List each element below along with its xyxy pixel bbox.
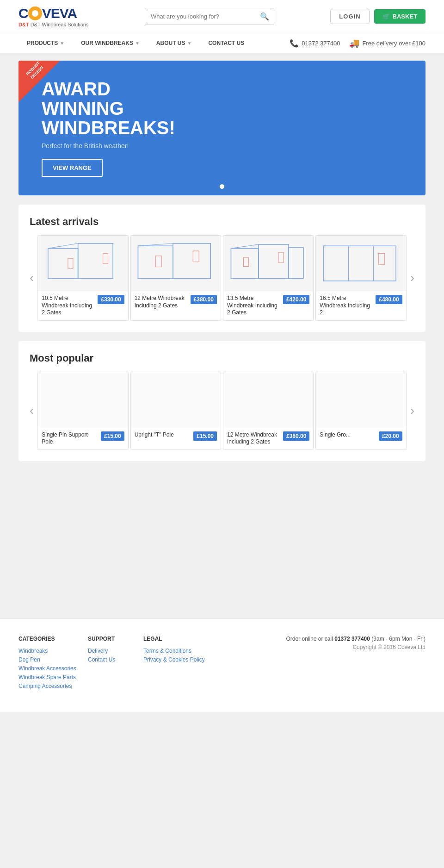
product-price: £15.00 [101, 431, 124, 441]
hero-dot-active[interactable] [220, 184, 224, 189]
latest-arrivals-section: Latest arrivals ‹ 10.5 [18, 205, 426, 332]
product-card[interactable]: Single Gro... £20.00 [315, 372, 406, 450]
product-name: 10.5 Metre Windbreak Including 2 Gates [42, 295, 96, 317]
basket-button[interactable]: 🛒 BASKET [374, 9, 426, 24]
footer-link-privacy[interactable]: Privacy & Cookies Policy [143, 656, 208, 663]
categories-heading: CATEGORIES [18, 636, 79, 642]
nav-item-about[interactable]: ABOUT US ▼ [148, 33, 200, 53]
carousel-prev-button[interactable]: ‹ [26, 266, 37, 290]
svg-rect-22 [378, 253, 384, 264]
footer: CATEGORIES Windbreaks Dog Pen Windbreak … [0, 618, 444, 712]
product-price: £20.00 [379, 431, 402, 441]
latest-arrivals-carousel: ‹ 10.5 Metre Windbreak Includi [26, 235, 418, 321]
svg-rect-18 [243, 257, 248, 266]
product-card[interactable]: Single Pin Support Pole £15.00 [37, 372, 128, 450]
chevron-down-icon: ▼ [60, 41, 64, 46]
footer-link-camping[interactable]: Camping Accessories [18, 683, 79, 689]
product-info: 16.5 Metre Windbreak Including 2 £480.00 [316, 291, 406, 320]
chevron-down-icon: ▼ [187, 41, 192, 46]
svg-rect-5 [103, 253, 108, 263]
product-name: 12 Metre Windbreak Including 2 Gates [227, 431, 281, 446]
product-card[interactable]: 12 Metre Windbreak Including 2 Gates £38… [130, 235, 221, 321]
support-heading: SUPPORT [88, 636, 134, 642]
products-row: Single Pin Support Pole £15.00 Upright "… [37, 372, 406, 450]
nav-right: 📞 01372 377400 🚚 Free delivery over £100 [290, 38, 426, 48]
latest-arrivals-title: Latest arrivals [26, 216, 418, 228]
svg-rect-13 [231, 249, 258, 279]
product-image [38, 372, 128, 428]
logo[interactable]: C VEVA [18, 6, 88, 21]
login-button[interactable]: LOGIN [330, 9, 369, 24]
product-info: 12 Metre Windbreak Including 2 Gates £38… [223, 428, 313, 450]
product-image [316, 236, 406, 291]
logo-sun-icon [28, 6, 42, 20]
footer-link-dog-pen[interactable]: Dog Pen [18, 656, 79, 663]
product-info: Upright "T" Pole £15.00 [131, 428, 221, 444]
most-popular-title: Most popular [26, 352, 418, 364]
view-range-button[interactable]: VIEW RANGE [42, 159, 103, 177]
header-actions: LOGIN 🛒 BASKET [330, 9, 426, 24]
product-info: 10.5 Metre Windbreak Including 2 Gates £… [38, 291, 128, 320]
product-image [131, 236, 221, 291]
nav-item-contact[interactable]: CONTACT US [200, 33, 253, 53]
svg-rect-6 [68, 258, 73, 269]
most-popular-carousel: ‹ Single Pin Support Pole £15.00 Upright… [26, 372, 418, 450]
header: C VEVA D&T D&T Windbreak Solutions 🔍 LOG… [0, 0, 444, 33]
footer-link-windbreaks[interactable]: Windbreaks [18, 648, 79, 654]
search-button[interactable]: 🔍 [255, 8, 274, 25]
content-spacer [18, 470, 426, 618]
chevron-down-icon: ▼ [135, 41, 140, 46]
carousel-next-button[interactable]: › [407, 399, 418, 423]
truck-icon: 🚚 [349, 38, 359, 48]
product-card[interactable]: 16.5 Metre Windbreak Including 2 £480.00 [315, 235, 406, 321]
most-popular-section: Most popular ‹ Single Pin Support Pole £… [18, 341, 426, 461]
product-image [223, 372, 313, 428]
hero-banner: ROBUST DESIGN AWARD WINNING WINDBREAKS! … [18, 61, 426, 195]
footer-copyright: Copyright © 2016 Coveva Ltd [286, 644, 426, 650]
product-card[interactable]: Upright "T" Pole £15.00 [130, 372, 221, 450]
footer-link-delivery[interactable]: Delivery [88, 648, 134, 654]
product-price: £380.00 [283, 431, 309, 441]
svg-line-16 [231, 244, 258, 249]
footer-phone: 01372 377400 [334, 636, 370, 642]
product-image [223, 236, 313, 291]
footer-col-categories: CATEGORIES Windbreaks Dog Pen Windbreak … [18, 636, 79, 692]
svg-rect-11 [156, 256, 162, 267]
product-info: Single Gro... £20.00 [316, 428, 406, 444]
logo-veva: VEVA [42, 6, 77, 21]
search-input[interactable] [145, 9, 255, 24]
logo-subtitle: D&T D&T Windbreak Solutions [18, 22, 88, 27]
logo-area: C VEVA D&T D&T Windbreak Solutions [18, 6, 88, 27]
svg-rect-19 [323, 246, 396, 281]
hero-dots [220, 184, 224, 189]
product-image [38, 236, 128, 291]
product-info: 13.5 Metre Windbreak Including 2 Gates £… [223, 291, 313, 320]
product-card[interactable]: 10.5 Metre Windbreak Including 2 Gates £… [37, 235, 128, 321]
product-name: Single Gro... [320, 431, 377, 439]
product-price: £15.00 [193, 431, 217, 441]
product-price: £380.00 [191, 295, 217, 304]
product-info: 12 Metre Windbreak Including 2 Gates £38… [131, 291, 221, 313]
carousel-next-button[interactable]: › [407, 266, 418, 290]
product-card[interactable]: 12 Metre Windbreak Including 2 Gates £38… [223, 372, 314, 450]
footer-col-legal: LEGAL Terms & Conditions Privacy & Cooki… [143, 636, 208, 692]
nav-item-products[interactable]: PRODUCTS ▼ [18, 33, 73, 53]
carousel-prev-button[interactable]: ‹ [26, 399, 37, 423]
product-image [316, 372, 406, 428]
footer-link-wb-spare-parts[interactable]: Windbreak Spare Parts [18, 674, 79, 681]
product-card[interactable]: 13.5 Metre Windbreak Including 2 Gates £… [223, 235, 314, 321]
nav-bar: PRODUCTS ▼ OUR WINDBREAKS ▼ ABOUT US ▼ C… [0, 33, 444, 53]
footer-link-contact[interactable]: Contact Us [88, 656, 134, 663]
svg-rect-15 [288, 247, 303, 278]
hero-subtitle: Perfect for the British weather! [42, 142, 175, 150]
svg-rect-17 [278, 252, 284, 262]
product-name: 12 Metre Windbreak Including 2 Gates [135, 295, 189, 309]
product-image [131, 372, 221, 428]
footer-link-wb-accessories[interactable]: Windbreak Accessories [18, 665, 79, 672]
nav-item-windbreaks[interactable]: OUR WINDBREAKS ▼ [73, 33, 148, 53]
basket-icon: 🛒 [382, 13, 390, 20]
product-name: Upright "T" Pole [135, 431, 192, 439]
footer-link-terms[interactable]: Terms & Conditions [143, 648, 208, 654]
product-price: £330.00 [98, 295, 124, 304]
svg-rect-14 [259, 244, 289, 278]
